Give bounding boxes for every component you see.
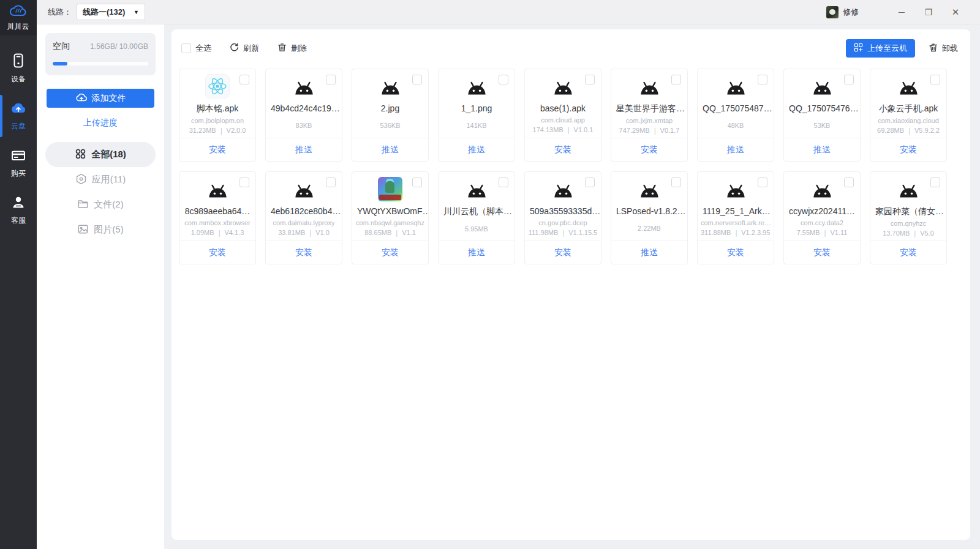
file-manager-panel: 全选 刷新 删除 bbox=[172, 29, 970, 540]
file-action-button[interactable]: 安装 bbox=[179, 138, 255, 161]
file-name: 脚本铭.apk bbox=[179, 103, 255, 114]
file-card[interactable]: 8c989aeeba64… com.mmbox.xbrowser 1.09MB … bbox=[179, 171, 256, 264]
category-all[interactable]: 全部(18) bbox=[45, 142, 156, 167]
upload-progress-link[interactable]: 上传进度 bbox=[45, 118, 156, 129]
file-action-button[interactable]: 安装 bbox=[698, 241, 774, 264]
file-checkbox[interactable] bbox=[585, 177, 595, 187]
sidebar-item-devices[interactable]: 设备 bbox=[0, 44, 37, 92]
file-checkbox[interactable] bbox=[758, 75, 767, 84]
upload-to-cloud-button[interactable]: 上传至云机 bbox=[846, 39, 915, 58]
file-checkbox[interactable] bbox=[412, 177, 422, 187]
android-apk-icon bbox=[379, 80, 402, 99]
sidebar-item-support[interactable]: 客服 bbox=[0, 187, 37, 234]
file-card[interactable]: 2.jpg 536KB 推送 bbox=[352, 69, 429, 162]
user-avatar[interactable] bbox=[826, 6, 839, 18]
file-package: com.jxjm.xmtap bbox=[626, 117, 673, 124]
file-size-version: 7.55MB ｜ V1.11 bbox=[797, 228, 848, 237]
file-size-version: 2.22MB bbox=[638, 225, 661, 232]
uninstall-button[interactable]: 卸载 bbox=[929, 43, 958, 54]
space-label: 空间 bbox=[53, 41, 70, 52]
file-action-button[interactable]: 推送 bbox=[266, 138, 342, 161]
minimize-button[interactable]: ─ bbox=[888, 0, 915, 24]
file-card[interactable]: LSPosed-v1.8.2… 2.22MB 推送 bbox=[611, 171, 688, 264]
file-card[interactable]: QQ_175075476… 53KB 推送 bbox=[783, 69, 861, 162]
file-card[interactable]: 小象云手机.apk com.xiaoxiang.cloud 69.28MB ｜ … bbox=[870, 69, 947, 162]
delete-button[interactable]: 删除 bbox=[277, 43, 307, 54]
add-file-label: 添加文件 bbox=[92, 93, 126, 104]
file-name: ccywjxz202411… bbox=[784, 206, 860, 216]
select-all-checkbox[interactable] bbox=[181, 43, 191, 53]
file-checkbox[interactable] bbox=[758, 177, 767, 187]
file-action-button[interactable]: 推送 bbox=[784, 138, 860, 161]
file-card[interactable]: ccywjxz202411… com.ccy.data2 7.55MB ｜ V1… bbox=[783, 171, 861, 264]
file-card[interactable]: 509a35593335d… cn.gov.pbc.dcep 111.98MB … bbox=[524, 171, 601, 264]
file-checkbox[interactable] bbox=[844, 177, 854, 187]
file-meta: 536KB bbox=[352, 113, 428, 138]
file-checkbox[interactable] bbox=[671, 75, 681, 84]
file-action-button[interactable]: 安装 bbox=[870, 241, 946, 264]
category-images[interactable]: 图片(5) bbox=[45, 217, 156, 242]
file-action-button[interactable]: 安装 bbox=[611, 138, 687, 161]
file-action-button[interactable]: 推送 bbox=[439, 138, 514, 161]
file-checkbox[interactable] bbox=[326, 177, 336, 187]
android-apk-icon bbox=[638, 80, 661, 99]
file-card[interactable]: 49b4cd24c4c19… 83KB 推送 bbox=[265, 69, 342, 162]
android-apk-icon bbox=[811, 182, 834, 201]
maximize-button[interactable]: ❐ bbox=[915, 0, 942, 24]
file-card[interactable]: 1_1.png 141KB 推送 bbox=[438, 69, 515, 162]
file-action-button[interactable]: 推送 bbox=[439, 241, 514, 264]
file-meta: 48KB bbox=[698, 113, 774, 138]
add-file-button[interactable]: 添加文件 bbox=[47, 89, 154, 108]
file-card[interactable]: 4eb6182ce80b4… com.daimatu.lyproxy 33.81… bbox=[265, 171, 342, 264]
file-card[interactable]: 星美世界手游客… com.jxjm.xmtap 747.29MB ｜ V0.1.… bbox=[611, 69, 688, 162]
file-card[interactable]: YWQtYXBwOmF… com.nbsqwl.gamesqhz 88.65MB… bbox=[352, 171, 429, 264]
file-checkbox[interactable] bbox=[844, 75, 854, 84]
file-checkbox[interactable] bbox=[412, 75, 422, 84]
file-action-button[interactable]: 推送 bbox=[352, 138, 428, 161]
line-select-dropdown[interactable]: 线路一(132) ▼ bbox=[77, 4, 145, 20]
file-card[interactable]: 家园种菜（倩女… com.qnyhzc 13.70MB ｜ V5.0 安装 bbox=[870, 171, 947, 264]
window-controls: ─ ❐ ✕ bbox=[888, 0, 969, 24]
refresh-button[interactable]: 刷新 bbox=[230, 43, 259, 54]
file-action-button[interactable]: 安装 bbox=[784, 241, 860, 264]
file-action-button[interactable]: 安装 bbox=[525, 138, 601, 161]
file-action-button[interactable]: 推送 bbox=[611, 241, 687, 264]
file-checkbox[interactable] bbox=[239, 177, 249, 187]
category-files[interactable]: 文件(2) bbox=[45, 192, 156, 217]
sidebar-item-purchase[interactable]: 购买 bbox=[0, 140, 37, 187]
file-checkbox[interactable] bbox=[499, 75, 508, 84]
file-checkbox[interactable] bbox=[499, 177, 508, 187]
file-card[interactable]: QQ_175075487… 48KB 推送 bbox=[697, 69, 774, 162]
file-checkbox[interactable] bbox=[326, 75, 336, 84]
file-meta: com.mmbox.xbrowser 1.09MB ｜ V4.1.3 bbox=[179, 216, 255, 241]
file-name: QQ_175075476… bbox=[784, 103, 860, 113]
file-size-version: 111.98MB ｜ V1.1.15.5 bbox=[529, 228, 598, 237]
file-checkbox[interactable] bbox=[585, 75, 595, 84]
file-card[interactable]: base(1).apk com.cloud.app 174.13MB ｜ V1.… bbox=[524, 69, 601, 162]
file-card[interactable]: 脚本铭.apk com.jbolplopm.on 31.23MB ｜ V2.0.… bbox=[179, 69, 256, 162]
file-action-button[interactable]: 安装 bbox=[870, 138, 946, 161]
file-card[interactable]: 1119_25_1_Ark… com.nerversoft.ark.re… 31… bbox=[697, 171, 774, 264]
category-apps[interactable]: 应用(11) bbox=[45, 167, 156, 192]
file-checkbox[interactable] bbox=[239, 75, 249, 84]
file-action-button[interactable]: 安装 bbox=[179, 241, 255, 264]
file-action-button[interactable]: 安装 bbox=[266, 241, 342, 264]
file-size-version: 53KB bbox=[814, 122, 831, 129]
android-apk-icon bbox=[466, 182, 488, 201]
file-action-button[interactable]: 安装 bbox=[525, 241, 601, 264]
uninstall-label: 卸载 bbox=[942, 43, 958, 54]
file-action-button[interactable]: 安装 bbox=[352, 241, 428, 264]
file-card[interactable]: 川川云机（脚本… 5.95MB 推送 bbox=[438, 171, 515, 264]
file-name: 川川云机（脚本… bbox=[439, 206, 514, 217]
sidebar-item-cloud-disk[interactable]: 云盘 bbox=[0, 92, 37, 140]
file-checkbox[interactable] bbox=[671, 177, 681, 187]
delete-label: 删除 bbox=[291, 43, 307, 54]
file-checkbox[interactable] bbox=[930, 75, 940, 84]
file-name: 4eb6182ce80b4… bbox=[266, 206, 342, 216]
file-meta: com.jbolplopm.on 31.23MB ｜ V2.0.0 bbox=[179, 114, 255, 138]
select-all-control[interactable]: 全选 bbox=[181, 43, 211, 54]
file-name: 8c989aeeba64… bbox=[179, 206, 255, 216]
close-button[interactable]: ✕ bbox=[942, 0, 969, 24]
file-checkbox[interactable] bbox=[930, 177, 940, 187]
file-action-button[interactable]: 推送 bbox=[698, 138, 774, 161]
